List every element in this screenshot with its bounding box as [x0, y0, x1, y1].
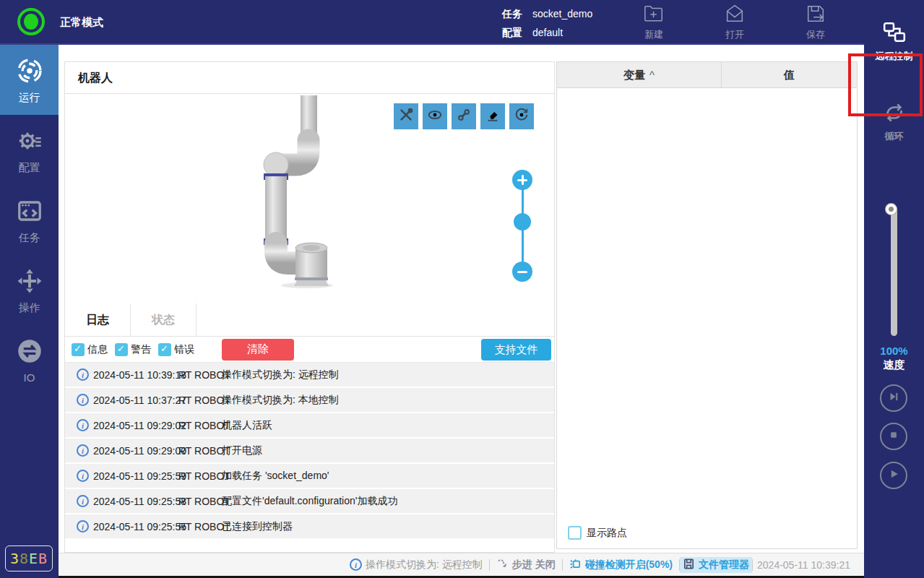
step-status-text: 步进 关闭	[512, 558, 556, 571]
checkbox-checked-icon	[158, 343, 171, 356]
log-message: 操作模式切换为: 本地控制	[222, 394, 339, 407]
filter-error-checkbox[interactable]: 错误	[158, 343, 194, 356]
log-row[interactable]: i2024-05-11 09:29:00RT ROBOT打开电源	[65, 439, 554, 462]
statusbar-mode-message: i 操作模式切换为: 远程控制	[343, 558, 489, 571]
main-content: 机器人	[59, 45, 864, 553]
topbar: 正常模式 任务socket_demo 配置default 新建 打开 保存	[0, 0, 924, 45]
run-icon	[17, 74, 43, 86]
step-forward-button[interactable]	[880, 384, 907, 412]
show-waypoints-label: 显示路点	[587, 527, 627, 540]
sidebar-item-run[interactable]: 运行	[0, 45, 59, 115]
step-mode-icon	[496, 558, 509, 572]
log-message: 已连接到控制器	[222, 520, 293, 533]
play-button[interactable]	[880, 462, 907, 489]
topbar-actions: 新建 打开 保存	[630, 3, 839, 41]
checkbox-checked-icon	[115, 343, 128, 356]
log-tabs: 日志 状态	[65, 303, 554, 337]
zoom-out-button[interactable]	[512, 262, 532, 282]
info-icon: i	[77, 419, 89, 431]
save-icon	[803, 14, 828, 27]
task-config-block: 任务socket_demo 配置default	[502, 4, 592, 42]
speed-percent: 100%	[864, 345, 924, 357]
remote-control-button[interactable]: 远程控制	[864, 0, 924, 63]
remote-control-label: 远程控制	[864, 50, 924, 63]
stop-button[interactable]	[880, 423, 907, 450]
log-message: 配置文件'default.configuration'加载成功	[222, 495, 397, 508]
zoom-control	[512, 170, 532, 282]
log-row[interactable]: i2024-05-11 10:39:18RT ROBOT操作模式切换为: 远程控…	[65, 363, 554, 387]
settings-gear-icon	[17, 144, 43, 156]
log-row[interactable]: i2024-05-11 09:25:59RT ROBOT加载任务 'socket…	[65, 464, 554, 488]
speed-slider-handle[interactable]	[886, 204, 897, 215]
open-button-label: 打开	[711, 28, 759, 41]
checkbox-checked-icon	[72, 343, 85, 356]
filter-warning-checkbox[interactable]: 警告	[115, 343, 151, 356]
filter-info-checkbox[interactable]: 信息	[72, 343, 108, 356]
sidebar-item-io[interactable]: IO	[0, 325, 59, 395]
loop-icon	[881, 115, 907, 127]
debug-code-badge: 38EB	[5, 545, 53, 571]
log-row[interactable]: i2024-05-11 09:29:02RT ROBOT机器人活跃	[65, 413, 554, 437]
info-icon: i	[350, 558, 362, 571]
log-message: 操作模式切换为: 远程控制	[222, 368, 339, 381]
tab-status[interactable]: 状态	[131, 303, 197, 336]
variables-header: 变量^ 值	[557, 62, 857, 88]
viewport-toolbar	[394, 103, 534, 129]
new-button-label: 新建	[630, 28, 678, 41]
column-header-variable[interactable]: 变量^	[557, 62, 722, 87]
save-button[interactable]: 保存	[792, 3, 839, 41]
sidebar-item-operate[interactable]: 操作	[0, 255, 59, 325]
file-manager-text: 文件管理器	[699, 558, 749, 571]
variables-empty-body	[557, 88, 857, 493]
badge-char: 8	[20, 550, 29, 567]
statusbar-collision-toggle[interactable]: 碰撞检测开启(50%)	[563, 558, 679, 572]
sort-caret-icon: ^	[649, 69, 655, 81]
clear-log-button[interactable]: 清除	[222, 339, 294, 361]
statusbar-file-manager[interactable]: 文件管理器	[680, 557, 752, 573]
visibility-button[interactable]	[423, 103, 447, 129]
eraser-icon	[485, 107, 501, 126]
log-time: 2024-05-11 09:25:58	[93, 496, 186, 507]
variable-header-label: 变量	[623, 69, 645, 81]
open-button[interactable]: 打开	[711, 3, 759, 41]
robot-3d-viewport[interactable]	[65, 94, 554, 303]
sidebar-item-config[interactable]: 配置	[0, 115, 59, 185]
column-header-value[interactable]: 值	[722, 62, 857, 87]
open-file-icon	[722, 14, 747, 27]
robot-log-column: 机器人	[64, 61, 555, 553]
tools-button[interactable]	[394, 103, 418, 129]
support-file-button[interactable]: 支持文件	[481, 339, 551, 361]
tab-log[interactable]: 日志	[65, 303, 131, 336]
log-time: 2024-05-11 09:25:55	[93, 521, 186, 532]
sidebar-item-task-label: 任务	[0, 231, 59, 245]
statusbar-step-toggle[interactable]: 步进 关闭	[490, 558, 562, 572]
show-waypoints-checkbox[interactable]: 显示路点	[568, 526, 627, 540]
sidebar-item-operate-label: 操作	[0, 301, 59, 315]
log-message: 加载任务 'socket_demo'	[222, 470, 329, 483]
log-row[interactable]: i2024-05-11 09:25:58RT ROBOT配置文件'default…	[65, 489, 554, 513]
new-button[interactable]: 新建	[630, 3, 678, 41]
sidebar-item-io-label: IO	[0, 371, 59, 384]
play-icon	[887, 467, 900, 483]
checkbox-unchecked-icon	[568, 526, 582, 540]
path-button[interactable]	[452, 103, 476, 129]
loop-label: 循环	[864, 130, 924, 143]
stop-icon	[887, 428, 900, 444]
mode-message-text: 操作模式切换为: 远程控制	[366, 558, 483, 571]
eraser-button[interactable]	[480, 103, 505, 129]
speed-readout: 100% 速度	[864, 345, 924, 372]
zoom-in-button[interactable]	[512, 170, 532, 190]
loop-button[interactable]: 循环	[864, 63, 924, 143]
value-header-label: 值	[784, 69, 795, 81]
log-row[interactable]: i2024-05-11 09:25:55RT ROBOT已连接到控制器	[65, 514, 554, 538]
speed-slider-track[interactable]	[891, 206, 897, 336]
rotate-view-button[interactable]	[509, 103, 534, 129]
task-code-icon	[17, 214, 43, 226]
tools-icon	[398, 107, 414, 126]
zoom-slider-handle[interactable]	[514, 213, 531, 230]
info-icon: i	[77, 444, 89, 457]
log-row[interactable]: i2024-05-11 10:37:27RT ROBOT操作模式切换为: 本地控…	[65, 388, 554, 412]
rotate-icon	[514, 107, 530, 126]
sidebar-item-task[interactable]: 任务	[0, 185, 59, 255]
log-filter-row: 信息 警告 错误 清除 支持文件	[65, 337, 554, 363]
